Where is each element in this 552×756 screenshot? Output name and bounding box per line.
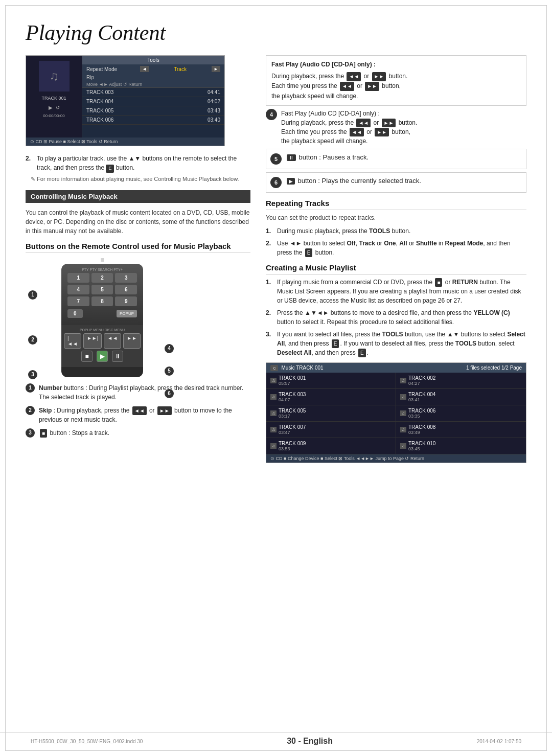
pl-track-name: TRACK 007 (279, 424, 306, 430)
repeat-step-1: 1. During music playback, press the TOOL… (266, 226, 526, 236)
page-title: Playing Content (26, 20, 526, 45)
pl-track-time: 03:41 (408, 397, 435, 402)
annot-d1-text: Number buttons : During Playlist playbac… (39, 383, 250, 402)
player-left-panel: ♫ TRACK 001 ▶ ↺ 00:00/00:00 (26, 56, 82, 138)
repeat-step-2: 2. Use ◄► button to select Off, Track or… (266, 239, 526, 257)
repeat-mode-row: Repeat Mode ◄ Track ► (82, 64, 224, 74)
nav-section: POPUP MENU DISC MENU |◄◄ ►►| ◄◄ ►► ■ ▶ ⏸ (61, 325, 143, 367)
item-6-circle: 6 (270, 177, 282, 188)
enter-btn: E (305, 248, 313, 257)
music-note: ♫ (270, 427, 277, 432)
pl-track-info: TRACK 005 03:17 (279, 408, 306, 419)
track-name: TRACK 005 (86, 108, 113, 113)
track-item: TRACK 005 03:43 (82, 106, 224, 116)
pl-item-inner: ♫ TRACK 008 03:49 (400, 424, 522, 435)
pl-track-name: TRACK 006 (408, 408, 435, 414)
num-6[interactable]: 6 (115, 285, 137, 294)
num-0[interactable]: 0 (67, 309, 83, 318)
item-4-content: Fast Play (Audio CD [CD-DA] only) : Duri… (281, 109, 417, 146)
num-1[interactable]: 1 (67, 273, 89, 283)
step-text: If you want to select all files, press t… (277, 330, 526, 357)
music-note: ♫ (400, 394, 406, 400)
track-time: 04:41 (208, 89, 220, 95)
music-note: ♫ (400, 410, 406, 416)
num-9[interactable]: 9 (115, 296, 137, 306)
music-note: ♫ (270, 443, 277, 449)
number-grid: 1 2 3 4 5 6 7 8 9 (67, 273, 137, 306)
annot-desc-1: 1 Number buttons : During Playlist playb… (26, 383, 250, 402)
pl-item-inner: ♫ TRACK 007 03:47 (270, 424, 392, 435)
step-text: To play a particular track, use the ▲▼ b… (37, 154, 250, 173)
pl-item-inner: ♫ TRACK 003 04:07 (270, 392, 392, 402)
pl-track-time: 04:07 (279, 397, 306, 402)
num-5[interactable]: 5 (91, 285, 113, 294)
controlling-header: Controlling Music Playback (26, 190, 250, 203)
note-text: ✎ For more information about playing mus… (26, 176, 250, 182)
time-display: 00:00/00:00 (43, 113, 64, 118)
pl-track-info: TRACK 004 03:41 (408, 392, 435, 402)
pl-item-inner: ♫ TRACK 009 03:53 (270, 441, 392, 451)
fwd-btn4: ►► (375, 128, 389, 136)
play-btn[interactable]: ▶ (97, 351, 108, 362)
pl-track-info: TRACK 010 03:45 (408, 441, 435, 451)
skip-prev-btn[interactable]: |◄◄ (64, 333, 81, 349)
rew-btn-icon: ◄◄ (347, 72, 361, 81)
repeat-value: Track (174, 66, 187, 72)
item-4-circle: 4 (266, 109, 277, 120)
rew-icon: ◄◄ (132, 406, 147, 415)
annotation-1: 1 (28, 290, 37, 300)
track-name: TRACK 003 (86, 89, 113, 95)
playlist-step-1: 1. If playing music from a commercial CD… (266, 278, 526, 305)
annotation-2: 2 (28, 335, 37, 345)
repeat-left-arrow[interactable]: ◄ (140, 66, 149, 72)
rip-label: Rip (86, 75, 94, 80)
music-note: ♫ (270, 378, 277, 383)
buttons-section-header: Buttons on the Remote Control used for M… (26, 242, 250, 253)
track-item: TRACK 003 04:41 (82, 88, 224, 97)
num-4[interactable]: 4 (67, 285, 89, 294)
num-3[interactable]: 3 (115, 273, 137, 283)
stop-btn[interactable]: ■ (81, 351, 93, 362)
annotation-3: 3 (28, 370, 37, 379)
fwd-btn[interactable]: ►► (123, 333, 141, 349)
num-8[interactable]: 8 (91, 296, 113, 306)
remote-bottom (61, 367, 143, 377)
annot-5-circle: 5 (165, 366, 174, 376)
pl-header-right: 1 files selected 1/2 Page (466, 365, 522, 371)
pl-header-music: Music TRACK 001 (282, 365, 324, 371)
skip-next-btn[interactable]: ►►| (83, 333, 102, 349)
num-7[interactable]: 7 (67, 296, 89, 306)
repeat-right-arrow[interactable]: ► (212, 66, 220, 72)
track-item: TRACK 004 04:02 (82, 97, 224, 106)
pl-item-inner: ♫ TRACK 002 04:27 (400, 375, 522, 386)
track-name: TRACK 004 (86, 99, 113, 104)
nav-buttons: |◄◄ ►►| ◄◄ ►► (66, 333, 138, 349)
track-time: 04:02 (208, 99, 220, 104)
annot-d3-text: ■ button : Stops a track. (39, 428, 109, 438)
fast-play-title: Fast Play (Audio CD [CD-DA] only) : (271, 60, 521, 70)
pl-track-info: TRACK 006 03:35 (408, 408, 435, 419)
music-note-icon: ♫ (39, 61, 70, 91)
pause-btn[interactable]: ⏸ (112, 351, 123, 362)
pl-item-8: ♫ TRACK 008 03:49 (396, 422, 526, 438)
pl-item-2: ♫ TRACK 002 04:27 (396, 373, 526, 389)
playlist-step-3: 3. If you want to select all files, pres… (266, 330, 526, 357)
right-column: Fast Play (Audio CD [CD-DA] only) : Duri… (266, 55, 526, 463)
controlling-body: You can control the playback of music co… (26, 208, 250, 236)
pl-item-4: ♫ TRACK 004 03:41 (396, 389, 526, 405)
annot-1-circle: 1 (28, 290, 37, 300)
num-2[interactable]: 2 (91, 273, 113, 283)
pl-track-name: TRACK 010 (408, 441, 435, 446)
pl-track-time: 03:49 (408, 430, 435, 435)
rew-btn[interactable]: ◄◄ (104, 333, 121, 349)
popup-btn[interactable]: POPUP (117, 310, 137, 317)
rew-icon2: ◄◄ (340, 82, 354, 91)
pl-track-time: 03:45 (408, 446, 435, 451)
remote-popup-label: POPUP MENU DISC MENU (66, 328, 138, 332)
pl-track-info: TRACK 009 03:53 (279, 441, 306, 451)
enter-btn3: E (358, 349, 366, 357)
pl-track-grid: ♫ TRACK 001 05:57 ♫ TRACK 002 (266, 373, 526, 454)
step-num: 1. (266, 278, 273, 305)
pl-track-time: 03:17 (279, 414, 306, 419)
playlist-header: Creating a Music Playlist (266, 263, 526, 274)
